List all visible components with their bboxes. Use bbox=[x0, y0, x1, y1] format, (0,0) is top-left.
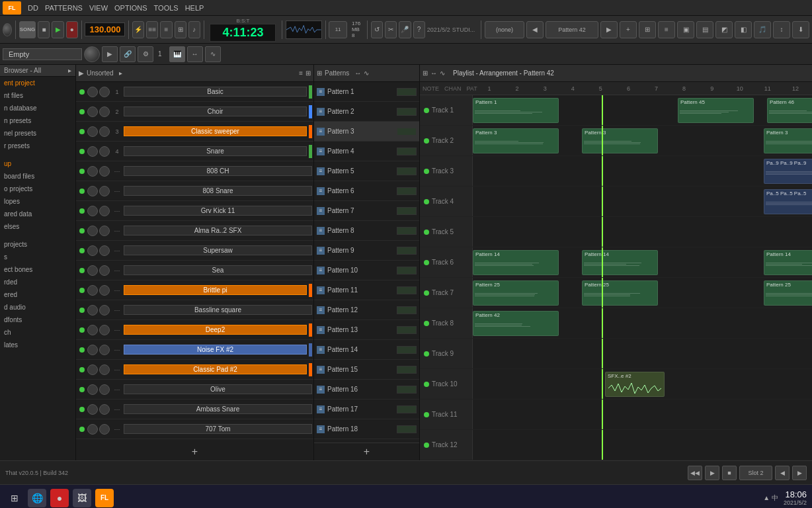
tb-icon-2[interactable]: ≡≡ bbox=[146, 21, 158, 38]
pattern-opt-6[interactable]: ◧ bbox=[735, 21, 752, 38]
pattern-item-0[interactable]: ≡Pattern 1 bbox=[314, 82, 419, 102]
sidebar-item-17[interactable]: rded bbox=[0, 276, 75, 288]
sidebar-item-19[interactable]: d audio bbox=[0, 301, 75, 314]
channel-mute-8[interactable] bbox=[87, 245, 98, 256]
pattern-opt-3[interactable]: ▣ bbox=[677, 21, 694, 38]
pattern-item-10[interactable]: ≡Pattern 11 bbox=[314, 280, 419, 300]
pattern-item-13[interactable]: ≡Pattern 14 bbox=[314, 340, 419, 360]
track-content-3[interactable]: Pa..5 Pa..5 Pa..5 bbox=[473, 187, 812, 216]
taskbar-fl[interactable]: FL bbox=[95, 489, 114, 507]
channel-solo-4[interactable] bbox=[99, 166, 110, 177]
track-content-10[interactable] bbox=[473, 400, 812, 429]
channel-mute-12[interactable] bbox=[87, 325, 98, 335]
taskbar-app-1[interactable]: ● bbox=[50, 489, 69, 507]
scroll-left[interactable]: ◀ bbox=[775, 466, 790, 480]
channel-row-6[interactable]: ---Grv Kick 11 bbox=[76, 201, 313, 221]
channel-mute-6[interactable] bbox=[87, 206, 98, 216]
playback-btn-2[interactable]: ▶ bbox=[705, 466, 719, 480]
sidebar-item-14[interactable]: projects bbox=[0, 238, 75, 251]
track-block-6-0[interactable]: Pattern 25 bbox=[473, 280, 559, 306]
sidebar-item-21[interactable]: ch bbox=[0, 326, 75, 339]
channel-rack-options[interactable]: ≡ bbox=[299, 69, 303, 77]
channel-row-3[interactable]: 4Snare bbox=[76, 142, 313, 161]
play-button[interactable]: ▶ bbox=[52, 21, 63, 38]
menu-view[interactable]: VIEW bbox=[89, 4, 108, 12]
pattern-item-16[interactable]: ≡Pattern 17 bbox=[314, 400, 419, 419]
track-content-5[interactable]: Pattern 14Pattern 14Pattern 14 bbox=[473, 247, 812, 277]
channel-rack-sort[interactable]: ▸ bbox=[119, 69, 122, 77]
channel-solo-15[interactable] bbox=[99, 384, 110, 395]
channel-row-14[interactable]: ---Classic Pad #2 bbox=[76, 360, 313, 380]
track-content-6[interactable]: Pattern 25Pattern 25Pattern 25 bbox=[473, 278, 812, 308]
channel-name-0[interactable]: Basic bbox=[124, 87, 307, 97]
channel-row-8[interactable]: ---Supersaw bbox=[76, 241, 313, 261]
pattern-item-8[interactable]: ≡Pattern 9 bbox=[314, 241, 419, 261]
channel-name-8[interactable]: Supersaw bbox=[124, 245, 312, 255]
sidebar-item-15[interactable]: s bbox=[0, 251, 75, 263]
channel-name-10[interactable]: Brittle pi bbox=[124, 285, 307, 295]
options-1[interactable]: ↺ bbox=[371, 21, 383, 38]
pattern-opt-5[interactable]: ◩ bbox=[715, 21, 733, 38]
arrow-next[interactable]: ▶ bbox=[600, 21, 618, 38]
channel-mute-1[interactable] bbox=[87, 106, 98, 117]
taskbar-edge[interactable]: 🌐 bbox=[28, 489, 46, 507]
none-dropdown[interactable]: (none) bbox=[485, 21, 524, 38]
sidebar-item-1[interactable]: nt files bbox=[0, 89, 75, 102]
channel-name-5[interactable]: 808 Snare bbox=[124, 186, 312, 196]
channel-solo-7[interactable] bbox=[99, 226, 110, 236]
channel-mute-13[interactable] bbox=[87, 345, 98, 355]
sidebar-item-18[interactable]: ered bbox=[0, 288, 75, 301]
channel-name-1[interactable]: Choir bbox=[124, 106, 307, 116]
options-3[interactable]: 🎤 bbox=[399, 21, 411, 38]
channel-row-7[interactable]: ---Alma Ra..2 SFX bbox=[76, 221, 313, 241]
channel-solo-5[interactable] bbox=[99, 186, 110, 196]
channel-solo-8[interactable] bbox=[99, 245, 110, 256]
channel-solo-16[interactable] bbox=[99, 404, 110, 415]
track-block-9-0[interactable]: SFX..e #2 bbox=[605, 372, 665, 397]
channel-name-14[interactable]: Classic Pad #2 bbox=[124, 364, 307, 374]
channel-row-2[interactable]: 3Classic sweeper bbox=[76, 122, 313, 142]
pattern-opt-7[interactable]: 🎵 bbox=[754, 21, 771, 38]
track-content-1[interactable]: Pattern 3Pattern 3Pattern 3 bbox=[473, 126, 812, 155]
pattern-item-5[interactable]: ≡Pattern 6 bbox=[314, 181, 419, 201]
track-content-4[interactable] bbox=[473, 217, 812, 247]
pattern-item-2[interactable]: ≡Pattern 3 bbox=[314, 122, 419, 142]
channel-name-9[interactable]: Sea bbox=[124, 265, 312, 275]
pattern-opt-4[interactable]: ▤ bbox=[696, 21, 713, 38]
channel-name-4[interactable]: 808 CH bbox=[124, 166, 312, 176]
channel-mute-10[interactable] bbox=[87, 285, 98, 296]
channel-mute-16[interactable] bbox=[87, 404, 98, 415]
track-block-7-0[interactable]: Pattern 42 bbox=[473, 311, 559, 336]
sidebar-item-0[interactable]: ent project bbox=[0, 77, 75, 89]
channel-solo-17[interactable] bbox=[99, 424, 110, 435]
pattern-item-17[interactable]: ≡Pattern 18 bbox=[314, 419, 419, 439]
channel-solo-13[interactable] bbox=[99, 345, 110, 355]
channel-mute-17[interactable] bbox=[87, 424, 98, 435]
channel-mute-2[interactable] bbox=[87, 126, 98, 137]
pattern-opt-1[interactable]: ⊞ bbox=[639, 21, 656, 38]
channel-mute-7[interactable] bbox=[87, 226, 98, 236]
pattern-opt-8[interactable]: ↕ bbox=[773, 21, 790, 38]
sidebar-item-6[interactable] bbox=[0, 152, 75, 157]
track-block-0-0[interactable]: Pattern 1 bbox=[473, 98, 559, 123]
channel-rack-expand[interactable]: ⊞ bbox=[305, 69, 311, 77]
menu-tools[interactable]: TOOLS bbox=[154, 4, 179, 12]
track-block-5-1[interactable]: Pattern 14 bbox=[582, 250, 658, 275]
tb2-nav-3[interactable]: ⚙ bbox=[138, 46, 153, 62]
channel-name-15[interactable]: Olive bbox=[124, 384, 312, 394]
add-pattern-button[interactable]: + bbox=[364, 446, 370, 458]
tb-icon-3[interactable]: ≡ bbox=[160, 21, 172, 38]
sidebar-item-8[interactable]: board files bbox=[0, 170, 75, 183]
channel-name-11[interactable]: Bassline square bbox=[124, 305, 312, 315]
track-block-1-1[interactable]: Pattern 3 bbox=[582, 128, 658, 153]
channel-row-12[interactable]: ---Deep2 bbox=[76, 320, 313, 340]
pattern-opt-9[interactable]: ⬇ bbox=[792, 21, 809, 38]
track-block-5-2[interactable]: Pattern 14 bbox=[764, 250, 812, 275]
channel-rack-arrow[interactable]: ▶ bbox=[79, 69, 84, 77]
channel-row-10[interactable]: ---Brittle pi bbox=[76, 280, 313, 300]
sidebar-item-16[interactable]: ect bones bbox=[0, 263, 75, 276]
channel-mute-15[interactable] bbox=[87, 384, 98, 395]
tb2-piano[interactable]: 🎹 bbox=[169, 46, 185, 62]
tb2-move[interactable]: ↔ bbox=[187, 46, 203, 62]
channel-row-0[interactable]: 1Basic bbox=[76, 82, 313, 102]
